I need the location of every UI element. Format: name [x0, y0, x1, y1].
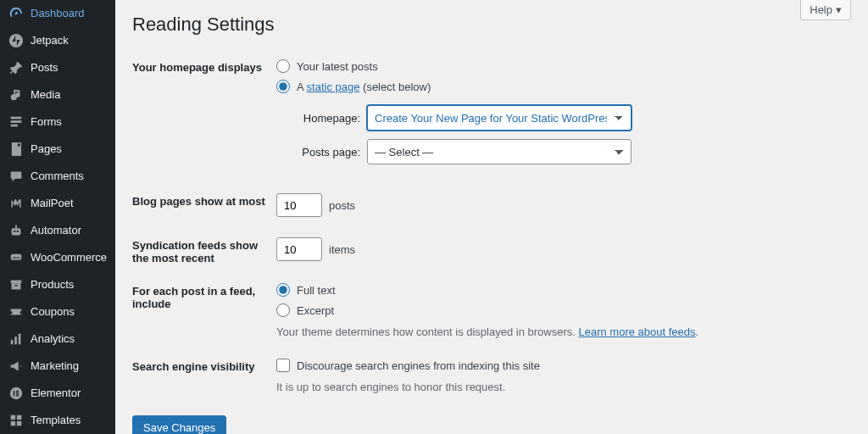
app-root: Dashboard Jetpack Posts Media Forms Page… — [0, 0, 868, 434]
svg-rect-24 — [17, 415, 21, 420]
sidebar-item-posts[interactable]: Posts — [0, 54, 115, 81]
sidebar-item-forms[interactable]: Forms — [0, 108, 115, 136]
gauge-icon — [8, 6, 24, 21]
learn-more-feeds-link[interactable]: Learn more about feeds — [578, 326, 695, 338]
sidebar-item-label: Templates — [31, 414, 81, 427]
discourage-search-label: Discourage search engines from indexing … — [297, 359, 540, 372]
radio-latest-posts[interactable] — [276, 59, 290, 73]
svg-rect-14 — [14, 285, 18, 286]
sidebar-item-analytics[interactable]: Analytics — [0, 326, 115, 353]
sidebar-item-label: Posts — [31, 61, 58, 75]
page-icon — [8, 142, 24, 157]
radio-full-text[interactable] — [276, 283, 290, 297]
svg-rect-20 — [16, 391, 19, 392]
elementor-icon — [8, 386, 24, 401]
sidebar-item-label: Marketing — [31, 359, 79, 373]
postspage-select-label: Posts page: — [297, 146, 360, 159]
postspage-select[interactable]: — Select — — [367, 139, 632, 164]
chevron-down-icon: ▾ — [836, 3, 842, 16]
sidebar-item-automator[interactable]: Automator — [0, 217, 115, 244]
settings-form: Your homepage displays Your latest posts… — [132, 51, 851, 405]
help-tab[interactable]: Help ▾ — [800, 0, 851, 20]
sidebar-item-elementor[interactable]: Elementor — [0, 380, 115, 407]
sidebar-item-marketing[interactable]: Marketing — [0, 353, 115, 380]
svg-rect-16 — [14, 337, 17, 344]
svg-rect-4 — [11, 125, 18, 127]
sidebar-item-label: Products — [31, 278, 74, 292]
admin-sidebar: Dashboard Jetpack Posts Media Forms Page… — [0, 0, 115, 434]
woo-icon: woo — [8, 250, 24, 265]
radio-static-page[interactable] — [276, 80, 290, 93]
media-icon — [8, 87, 24, 103]
svg-rect-15 — [11, 340, 14, 344]
radio-static-page-label: A static page (select below) — [297, 81, 431, 93]
svg-point-8 — [17, 231, 19, 232]
svg-rect-21 — [16, 392, 19, 394]
robot-icon — [8, 223, 24, 238]
page-title: Reading Settings — [132, 14, 851, 36]
feed-desc: Your theme determines how content is dis… — [276, 326, 851, 338]
svg-point-0 — [9, 34, 23, 47]
sidebar-item-pages[interactable]: Pages — [0, 136, 115, 163]
svg-rect-25 — [11, 421, 15, 426]
svg-rect-9 — [15, 225, 17, 229]
templates-icon — [8, 413, 24, 428]
svg-rect-13 — [12, 283, 21, 289]
forms-icon — [8, 114, 24, 130]
discourage-search-checkbox[interactable] — [276, 359, 290, 372]
sidebar-item-templates[interactable]: Templates — [0, 407, 115, 434]
search-visibility-heading: Search engine visibility — [132, 350, 276, 405]
sidebar-item-label: Dashboard — [31, 7, 85, 20]
svg-rect-17 — [19, 334, 21, 345]
sidebar-item-label: Analytics — [31, 332, 75, 346]
radio-excerpt[interactable] — [276, 303, 290, 317]
homepage-select-label: Homepage: — [297, 112, 360, 125]
sidebar-item-mailpoet[interactable]: MailPoet — [0, 190, 115, 217]
megaphone-icon — [8, 359, 24, 374]
radio-excerpt-label: Excerpt — [297, 304, 334, 317]
comment-icon — [8, 169, 24, 184]
svg-rect-22 — [16, 395, 19, 397]
blog-pages-unit: posts — [329, 199, 355, 212]
svg-rect-12 — [11, 281, 22, 284]
radio-full-text-label: Full text — [297, 284, 336, 297]
svg-rect-26 — [17, 421, 21, 426]
sidebar-item-label: MailPoet — [31, 197, 74, 210]
help-label: Help — [810, 3, 832, 16]
svg-rect-3 — [11, 120, 22, 123]
sidebar-item-label: WooCommerce — [31, 251, 107, 264]
ticket-icon — [8, 304, 24, 320]
homepage-select[interactable]: Create Your New Page for Your Static Wor… — [367, 105, 632, 131]
blog-pages-heading: Blog pages show at most — [132, 185, 276, 229]
sidebar-item-coupons[interactable]: Coupons — [0, 298, 115, 326]
sidebar-item-comments[interactable]: Comments — [0, 163, 115, 190]
svg-text:woo: woo — [12, 255, 20, 259]
sidebar-item-woocommerce[interactable]: woo WooCommerce — [0, 244, 115, 271]
sidebar-item-media[interactable]: Media — [0, 81, 115, 108]
syndication-input[interactable] — [276, 237, 322, 261]
sidebar-item-label: Elementor — [31, 387, 81, 400]
jetpack-icon — [8, 33, 24, 48]
sidebar-item-products[interactable]: Products — [0, 271, 115, 298]
search-visibility-desc: It is up to search engines to honor this… — [276, 381, 851, 393]
pin-icon — [8, 60, 24, 75]
feed-include-heading: For each post in a feed, include — [132, 275, 276, 350]
sidebar-item-label: Pages — [31, 142, 62, 156]
save-changes-button[interactable]: Save Changes — [132, 415, 226, 434]
radio-latest-posts-label: Your latest posts — [297, 60, 378, 73]
svg-rect-19 — [14, 391, 15, 396]
mailpoet-icon — [8, 196, 24, 211]
main-content: Help ▾ Reading Settings Your homepage di… — [115, 0, 868, 434]
svg-point-7 — [14, 231, 15, 232]
blog-pages-input[interactable] — [276, 193, 322, 217]
sidebar-item-dashboard[interactable]: Dashboard — [0, 0, 115, 27]
svg-rect-2 — [11, 117, 22, 120]
static-page-link[interactable]: static page — [307, 81, 360, 93]
sidebar-item-label: Media — [31, 88, 60, 102]
sidebar-item-label: Forms — [31, 115, 62, 129]
archive-icon — [8, 277, 24, 292]
svg-rect-6 — [12, 228, 21, 235]
sidebar-item-label: Comments — [31, 170, 84, 183]
sidebar-item-jetpack[interactable]: Jetpack — [0, 27, 115, 54]
svg-rect-23 — [11, 415, 15, 420]
